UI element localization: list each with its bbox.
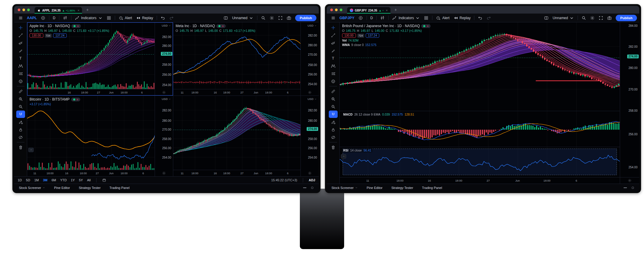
remove-drawings-icon[interactable]	[16, 144, 25, 151]
price-axis[interactable]: 284.00 282.00 274.00 280.00 270.00 258.0…	[620, 22, 639, 177]
replay-button[interactable]: Replay	[134, 15, 155, 21]
rsi-canvas[interactable]	[340, 147, 620, 177]
pane-title[interactable]: Meta Inc · 1D · NASDAQ	[176, 24, 215, 28]
timeframe-3m[interactable]: 3M	[43, 178, 47, 182]
expand-panel-icon[interactable]	[631, 186, 635, 190]
settings-icon[interactable]	[588, 15, 596, 21]
timeframe-5y[interactable]: 5Y	[79, 178, 83, 182]
collapse-panel-icon[interactable]	[624, 187, 627, 188]
crosshair-tool-icon[interactable]	[329, 24, 338, 31]
timeframe-6m[interactable]: 6M	[52, 178, 56, 182]
lock-drawings-icon[interactable]	[16, 126, 25, 133]
prediction-tool-icon[interactable]	[16, 70, 25, 77]
timeframe-1m[interactable]: 1M	[34, 178, 39, 182]
new-tab-button[interactable]: +	[395, 7, 397, 12]
price-axis[interactable]: USD 282.00 280.00 270.00 258.00 256.00 2…	[155, 96, 173, 176]
brush-tool-icon[interactable]	[16, 47, 25, 54]
source-toggle-icon[interactable]: ≈	[77, 24, 79, 28]
server-clock[interactable]: 15:45:22 (UTC+3)	[271, 178, 297, 182]
order-price-chip[interactable]: 137.24	[53, 33, 67, 38]
currency-label[interactable]: USD	[308, 24, 317, 27]
time-axis[interactable]: 11 18:00 16 18:00 27 Jun 18:00 6	[340, 177, 620, 184]
macd-legend[interactable]: MACD26 12 close 9 EMA 0.039152.575128.51	[342, 112, 415, 116]
chart-pane-ribbon[interactable]: USD 282.00 280.00 274.00 258.00 256.00 2…	[173, 96, 319, 176]
legend-toggles[interactable]: ≈	[421, 24, 431, 28]
zoom-in-icon[interactable]	[329, 95, 338, 103]
zoom-window-button[interactable]	[27, 9, 30, 11]
emoji-tool-icon[interactable]	[329, 78, 338, 85]
price-axis[interactable]: USD 282.00 280.00 274.00 258.00 256.00 2…	[300, 96, 319, 176]
symbol-button[interactable]: GBPJPY	[338, 15, 356, 21]
new-tab-button[interactable]: +	[86, 7, 89, 12]
undo-icon[interactable]	[476, 15, 484, 21]
visibility-dot-icon[interactable]	[423, 25, 425, 27]
indicator-templates-icon[interactable]	[105, 15, 113, 21]
drawing-mode-icon[interactable]	[329, 118, 338, 126]
collapse-panel-icon[interactable]	[303, 187, 306, 188]
time-axis[interactable]: 11 18:00 16 18:00 27 Jun 18:00 6	[173, 170, 300, 176]
zoom-in-icon[interactable]	[16, 95, 25, 103]
alert-button[interactable]: Alert	[434, 15, 451, 21]
interval-button[interactable]: D	[369, 15, 375, 21]
browser-tab[interactable]: GBPJPY 234.35 ▲ +1.86% ×	[347, 7, 390, 14]
time-axis[interactable]: 16 18:00 27 Jun 18:00 6	[27, 89, 155, 96]
alert-button[interactable]: Alert	[117, 15, 134, 21]
tab-strategy-tester[interactable]: Strategy Tester	[391, 186, 413, 190]
visibility-dot-icon[interactable]	[73, 98, 75, 101]
compare-icon[interactable]	[357, 15, 365, 21]
hide-drawings-icon[interactable]	[16, 134, 25, 141]
menu-icon[interactable]	[329, 15, 337, 21]
chart-type-icon[interactable]	[378, 15, 387, 21]
adjusted-data-toggle[interactable]: ADJ	[309, 178, 315, 182]
pane-title[interactable]: Bitcoinr · 1D · BITSTAMP	[30, 97, 70, 101]
pane-title[interactable]: British Pound / Japanese Yen Inc · 1D · …	[342, 24, 420, 28]
text-tool-icon[interactable]: T	[329, 55, 338, 62]
prediction-tool-icon[interactable]	[329, 70, 338, 77]
collapse-pane-button[interactable]	[28, 148, 34, 152]
redo-icon[interactable]	[485, 15, 493, 21]
chart-pane-gbpjpy[interactable]: British Pound / Japanese Yen Inc · 1D · …	[340, 22, 620, 111]
rsi-pane[interactable]: RSI14 close 56.41	[340, 147, 620, 177]
screenshot-icon[interactable]	[605, 15, 614, 21]
currency-label[interactable]: USD	[162, 97, 171, 101]
browser-tab[interactable]: APPL 234.35 ▲ +1.86% ×	[35, 7, 82, 14]
order-price-chip[interactable]: 137.24	[366, 33, 380, 38]
visibility-dot-icon[interactable]	[73, 25, 76, 27]
source-toggle-icon[interactable]: ≈	[222, 24, 224, 28]
legend-toggles[interactable]: ≈	[71, 98, 81, 101]
crosshair-tool-icon[interactable]	[16, 24, 25, 31]
currency-label[interactable]: USD	[308, 97, 317, 101]
source-toggle-icon[interactable]: ≈	[427, 24, 429, 28]
minimize-window-button[interactable]	[335, 9, 338, 11]
brush-tool-icon[interactable]	[329, 47, 338, 54]
legend-toggles[interactable]: ≈	[216, 24, 226, 28]
emoji-tool-icon[interactable]	[16, 78, 25, 85]
timeframe-5d[interactable]: 5D	[26, 178, 30, 182]
zoom-out-icon[interactable]	[16, 103, 25, 110]
magnet-mode-icon[interactable]	[329, 111, 338, 118]
ribbon-chart-canvas[interactable]	[173, 96, 300, 170]
indicators-button[interactable]: Indicators	[73, 15, 104, 21]
chart-pane-apple[interactable]: Apple Inc · 1D · NASDAQ ≈ O145.75 H145.9…	[27, 22, 173, 96]
pane-title[interactable]: Apple Inc · 1D · NASDAQ	[30, 24, 70, 28]
timeframe-ytd[interactable]: YTD	[60, 178, 67, 182]
close-window-button[interactable]	[18, 9, 20, 11]
visibility-dot-icon[interactable]	[218, 25, 220, 27]
search-icon[interactable]	[259, 15, 267, 21]
tab-stock-screener[interactable]: Stock Screener	[19, 186, 45, 190]
legend-toggles[interactable]: ≈	[71, 24, 81, 28]
go-to-date-icon[interactable]	[102, 178, 106, 182]
tab-close-icon[interactable]: ×	[78, 9, 79, 12]
trend-line-tool-icon[interactable]	[16, 32, 25, 39]
pitchfork-tool-icon[interactable]	[16, 39, 25, 47]
pane-settings-icon[interactable]	[308, 171, 312, 175]
tab-pine-editor[interactable]: Pine Editor	[54, 186, 70, 190]
measure-tool-icon[interactable]	[329, 88, 338, 95]
layout-select-icon[interactable]	[542, 15, 550, 21]
pattern-tool-icon[interactable]	[329, 62, 338, 70]
rsi-legend[interactable]: RSI14 close 56.41	[342, 148, 372, 152]
pane-settings-icon[interactable]	[308, 90, 312, 94]
symbol-button[interactable]: AAPL	[25, 15, 39, 21]
fullscreen-icon[interactable]	[276, 15, 285, 21]
tab-strategy-tester[interactable]: Strategy Tester	[79, 186, 101, 190]
